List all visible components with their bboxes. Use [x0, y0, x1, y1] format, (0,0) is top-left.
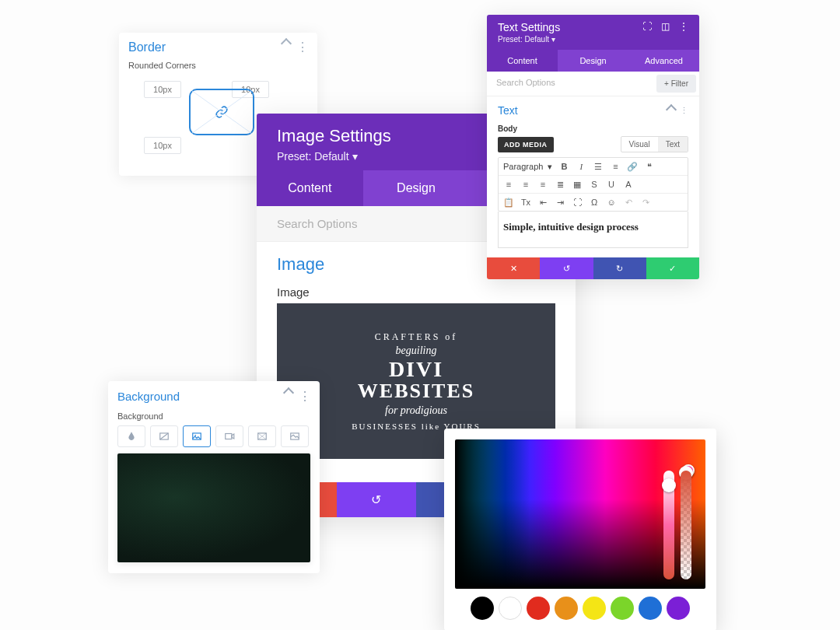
underline-icon[interactable]: U: [606, 179, 617, 190]
fullscreen-icon[interactable]: ⛶: [572, 197, 583, 208]
bold-icon[interactable]: B: [558, 161, 569, 172]
quote-icon[interactable]: ❝: [644, 161, 655, 172]
bg-tab-mask[interactable]: [281, 425, 309, 447]
tab-content[interactable]: Content: [487, 50, 558, 72]
tab-advanced[interactable]: Advanced: [628, 50, 699, 72]
collapse-icon[interactable]: [283, 387, 294, 398]
text-color-icon[interactable]: A: [623, 179, 634, 190]
corner-bottom-left-input[interactable]: [144, 137, 181, 154]
body-label: Body: [498, 124, 688, 133]
tab-design[interactable]: Design: [363, 170, 470, 206]
bg-tab-image[interactable]: [183, 425, 211, 447]
number-list-icon[interactable]: ≡: [610, 161, 621, 172]
caret-down-icon: ▾: [551, 35, 555, 44]
special-char-icon[interactable]: Ω: [589, 197, 600, 208]
text-settings-title: Text Settings: [498, 21, 560, 33]
undo-icon: ↺: [371, 492, 381, 507]
strike-icon[interactable]: S: [589, 179, 600, 190]
redo-icon: ↻: [616, 264, 623, 274]
more-icon[interactable]: ⋮: [299, 389, 310, 404]
text-settings-panel: Text Settings Preset: Default ▾ ⛶ ◫ ⋮ Co…: [487, 15, 699, 279]
caret-down-icon: ▾: [352, 150, 358, 163]
editor-mode-visual[interactable]: Visual: [621, 137, 658, 152]
swatch-white[interactable]: [499, 597, 522, 620]
hue-slider[interactable]: [663, 471, 674, 579]
align-left-icon[interactable]: ≡: [503, 179, 514, 190]
alpha-handle[interactable]: [679, 466, 693, 480]
background-panel: Background ⋮ Background: [108, 381, 320, 573]
alpha-slider[interactable]: [681, 471, 691, 579]
text-settings-header: Text Settings Preset: Default ▾ ⛶ ◫ ⋮: [487, 15, 699, 50]
table-icon[interactable]: ▦: [572, 179, 583, 190]
align-right-icon[interactable]: ≡: [537, 179, 548, 190]
background-title: Background: [117, 390, 180, 403]
collapse-icon[interactable]: [281, 38, 292, 49]
redo-icon[interactable]: ↷: [640, 197, 651, 208]
editor-mode-text[interactable]: Text: [658, 137, 688, 152]
border-header: Border ⋮: [128, 40, 308, 54]
swatch-orange[interactable]: [555, 597, 578, 620]
close-icon: ✕: [510, 264, 517, 274]
preset-selector[interactable]: Preset: Default ▾: [498, 35, 560, 44]
color-swatches: [455, 597, 705, 620]
filter-button[interactable]: +Filter: [656, 75, 696, 93]
color-picker-panel: [444, 429, 716, 630]
tab-content[interactable]: Content: [257, 170, 363, 206]
image-field-label: Image: [277, 285, 555, 299]
corner-top-left-input[interactable]: [144, 81, 181, 98]
add-media-button[interactable]: ADD MEDIA: [498, 137, 554, 152]
tab-design[interactable]: Design: [558, 50, 628, 72]
color-gradient-field[interactable]: [455, 439, 705, 589]
link-icon[interactable]: 🔗: [627, 161, 638, 172]
more-icon[interactable]: ⋮: [296, 40, 308, 54]
cancel-button[interactable]: ✕: [487, 257, 540, 279]
more-icon[interactable]: ⋮: [680, 106, 688, 116]
paste-icon[interactable]: 📋: [503, 197, 514, 208]
svg-line-1: [191, 90, 252, 134]
undo-icon[interactable]: ↶: [623, 197, 634, 208]
background-image-preview[interactable]: [117, 453, 310, 562]
swatch-red[interactable]: [527, 597, 550, 620]
align-justify-icon[interactable]: ≣: [555, 179, 565, 190]
hue-handle[interactable]: [662, 478, 676, 492]
redo-button[interactable]: ↻: [593, 257, 646, 279]
bg-tab-pattern[interactable]: [248, 425, 276, 447]
bg-tab-gradient[interactable]: [150, 425, 178, 447]
paragraph-selector[interactable]: Paragraph▾: [503, 162, 552, 172]
swatch-purple[interactable]: [667, 597, 690, 620]
border-title: Border: [128, 40, 166, 54]
align-center-icon[interactable]: ≡: [520, 179, 531, 190]
text-section-title: Text: [498, 104, 518, 117]
emoji-icon[interactable]: ☺: [606, 197, 617, 208]
swatch-black[interactable]: [471, 597, 494, 620]
swatch-blue[interactable]: [639, 597, 662, 620]
swatch-yellow[interactable]: [583, 597, 606, 620]
rounded-corners-label: Rounded Corners: [128, 61, 308, 70]
bg-tab-color[interactable]: [117, 425, 145, 447]
background-field-label: Background: [117, 411, 310, 421]
outdent-icon[interactable]: ⇤: [537, 197, 548, 208]
bg-tab-video[interactable]: [215, 425, 243, 447]
indent-icon[interactable]: ⇥: [555, 197, 565, 208]
corner-link-box: [189, 89, 254, 135]
more-icon[interactable]: ⋮: [679, 21, 688, 32]
expand-icon[interactable]: ⛶: [642, 21, 652, 32]
svg-rect-5: [226, 434, 232, 439]
text-editor[interactable]: Simple, intuitive design process: [498, 212, 688, 248]
undo-button[interactable]: ↺: [540, 257, 593, 279]
snap-icon[interactable]: ◫: [661, 21, 670, 32]
bullet-list-icon[interactable]: ☰: [593, 161, 604, 172]
save-button[interactable]: ✓: [646, 257, 699, 279]
search-input[interactable]: Search Options: [487, 72, 653, 96]
background-type-tabs: [117, 425, 310, 447]
italic-icon[interactable]: I: [576, 161, 586, 172]
editor-toolbar: Paragraph▾ B I ☰ ≡ 🔗 ❝ ≡ ≡ ≡ ≣ ▦ S U A 📋…: [498, 157, 688, 212]
check-icon: ✓: [669, 264, 676, 274]
swatch-green[interactable]: [611, 597, 634, 620]
undo-button[interactable]: ↺: [337, 482, 417, 517]
collapse-icon[interactable]: [666, 103, 677, 114]
undo-icon: ↺: [563, 264, 570, 274]
clear-format-icon[interactable]: Tx: [520, 197, 531, 208]
